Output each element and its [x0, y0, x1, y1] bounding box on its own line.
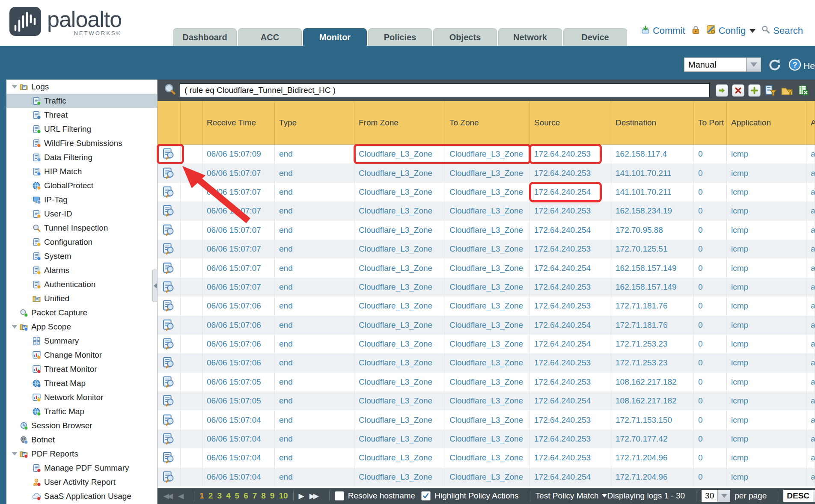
log-detail-icon[interactable]	[158, 430, 181, 448]
clear-filter-button[interactable]	[732, 84, 744, 97]
prev-page-button[interactable]: ◀	[178, 492, 182, 501]
log-detail-icon[interactable]	[158, 240, 181, 258]
cell-source[interactable]: 172.64.240.253	[530, 410, 611, 429]
cell-application[interactable]: icmp	[727, 316, 806, 335]
tree-expander-icon[interactable]	[10, 452, 19, 456]
page-link-1[interactable]: 1	[199, 491, 204, 501]
sidebar-collapse-handle[interactable]	[152, 270, 158, 302]
sidebar-item-alarms[interactable]: Alarms	[6, 263, 157, 277]
sidebar-item-unified[interactable]: Unified	[6, 291, 157, 305]
cell-source[interactable]: 172.64.240.253	[530, 373, 611, 391]
column-header-to-zone[interactable]: To Zone	[445, 101, 530, 145]
sidebar-item-app-scope[interactable]: App Scope	[6, 320, 157, 334]
sidebar-item-configuration[interactable]: Configuration	[6, 235, 157, 249]
cell-source[interactable]: 172.64.240.253	[530, 240, 611, 258]
sidebar-item-traffic-map[interactable]: Traffic Map	[6, 404, 157, 418]
cell-from-zone[interactable]: Cloudflare_L3_Zone	[354, 430, 445, 448]
tree-expander-icon[interactable]	[10, 325, 19, 329]
sidebar-item-wildfire-submissions[interactable]: WildFire Submissions	[6, 136, 157, 150]
column-header-a[interactable]: A	[806, 101, 815, 145]
tree-expander-icon[interactable]	[10, 85, 19, 89]
cell-application[interactable]: icmp	[727, 448, 806, 467]
log-detail-icon[interactable]	[158, 391, 181, 410]
highlight-policy-actions-checkbox[interactable]	[421, 491, 431, 501]
cell-from-zone[interactable]: Cloudflare_L3_Zone	[354, 258, 445, 277]
sidebar-item-saas-application-usage[interactable]: SaaS Application Usage	[6, 489, 157, 503]
cell-from-zone[interactable]: Cloudflare_L3_Zone	[354, 335, 445, 353]
column-header-from-zone[interactable]: From Zone	[354, 101, 445, 145]
cell-source[interactable]: 172.64.240.253	[530, 353, 611, 372]
tab-acc[interactable]: ACC	[238, 28, 302, 46]
cell-from-zone[interactable]: Cloudflare_L3_Zone	[354, 145, 445, 163]
log-detail-icon[interactable]	[158, 258, 181, 277]
log-detail-icon[interactable]	[158, 448, 181, 467]
column-header-destination[interactable]: Destination	[611, 101, 694, 145]
cell-to-zone[interactable]: Cloudflare_L3_Zone	[445, 163, 530, 182]
log-detail-icon[interactable]	[158, 163, 181, 182]
cell-from-zone[interactable]: Cloudflare_L3_Zone	[354, 240, 445, 258]
log-detail-icon[interactable]	[158, 221, 181, 240]
cell-from-zone[interactable]: Cloudflare_L3_Zone	[354, 410, 445, 429]
sort-order-dropdown-button[interactable]	[813, 490, 815, 502]
tab-device[interactable]: Device	[563, 28, 627, 46]
cell-to-zone[interactable]: Cloudflare_L3_Zone	[445, 145, 530, 163]
cell-from-zone[interactable]: Cloudflare_L3_Zone	[354, 448, 445, 467]
log-detail-icon[interactable]	[158, 145, 181, 163]
column-header-receive-time[interactable]: Receive Time	[202, 101, 275, 145]
cell-destination[interactable]: 172.71.181.76	[611, 316, 694, 335]
sidebar-item-data-filtering[interactable]: Data Filtering	[6, 150, 157, 164]
cell-to-zone[interactable]: Cloudflare_L3_Zone	[445, 335, 530, 353]
cell-source[interactable]: 172.64.240.254	[530, 468, 611, 486]
add-filter-button[interactable]	[748, 84, 761, 97]
last-page-button[interactable]: ▶▶	[309, 492, 317, 501]
sidebar-item-system[interactable]: System	[6, 249, 157, 263]
cell-to-zone[interactable]: Cloudflare_L3_Zone	[445, 278, 530, 296]
cell-to-zone[interactable]: Cloudflare_L3_Zone	[445, 468, 530, 486]
saved-filters-button[interactable]	[781, 84, 793, 97]
commit-button[interactable]: Commit	[641, 25, 685, 36]
column-header-source[interactable]: Source	[530, 101, 611, 145]
log-detail-icon[interactable]	[158, 316, 181, 335]
cell-from-zone[interactable]: Cloudflare_L3_Zone	[354, 221, 445, 240]
cell-source[interactable]: 172.64.240.253	[530, 448, 611, 467]
log-detail-icon[interactable]	[158, 278, 181, 296]
cell-destination[interactable]: 172.71.204.96	[611, 448, 694, 467]
cell-destination[interactable]: 172.70.125.51	[611, 240, 694, 258]
cell-destination[interactable]: 108.162.217.182	[611, 391, 694, 410]
log-detail-icon[interactable]	[158, 183, 181, 202]
cell-destination[interactable]: 162.158.234.19	[611, 202, 694, 220]
cell-to-zone[interactable]: Cloudflare_L3_Zone	[445, 258, 530, 277]
cell-application[interactable]: icmp	[727, 410, 806, 429]
cell-from-zone[interactable]: Cloudflare_L3_Zone	[354, 278, 445, 296]
help-button[interactable]: ? Help	[788, 58, 815, 73]
log-detail-icon[interactable]	[158, 202, 181, 220]
cell-source[interactable]: 172.64.240.253	[530, 430, 611, 448]
sidebar-item-summary[interactable]: Summary	[6, 334, 157, 348]
cell-destination[interactable]: 172.71.253.23	[611, 353, 694, 372]
sidebar-item-url-filtering[interactable]: URL Filtering	[6, 122, 157, 136]
per-page-dropdown-button[interactable]	[717, 490, 730, 502]
cell-source[interactable]: 172.64.240.254	[530, 316, 611, 335]
cell-application[interactable]: icmp	[727, 296, 806, 315]
cell-from-zone[interactable]: Cloudflare_L3_Zone	[354, 353, 445, 372]
sidebar-item-pdf-reports[interactable]: PDF Reports	[6, 447, 157, 461]
sidebar-item-manage-pdf-summary[interactable]: Manage PDF Summary	[6, 461, 157, 475]
page-link-5[interactable]: 5	[235, 491, 240, 501]
column-header-type[interactable]: Type	[275, 101, 354, 145]
sidebar-item-change-monitor[interactable]: Change Monitor	[6, 348, 157, 362]
cell-to-zone[interactable]: Cloudflare_L3_Zone	[445, 391, 530, 410]
page-link-2[interactable]: 2	[208, 491, 213, 501]
sidebar-item-user-activity-report[interactable]: User Activity Report	[6, 475, 157, 489]
cell-destination[interactable]: 162.158.157.149	[611, 258, 694, 277]
cell-to-zone[interactable]: Cloudflare_L3_Zone	[445, 202, 530, 220]
cell-from-zone[interactable]: Cloudflare_L3_Zone	[354, 468, 445, 486]
sidebar-item-threat[interactable]: Threat	[6, 108, 157, 122]
column-header-to-port[interactable]: To Port	[694, 101, 727, 145]
cell-application[interactable]: icmp	[727, 278, 806, 296]
cell-application[interactable]: icmp	[727, 240, 806, 258]
cell-application[interactable]: icmp	[727, 183, 806, 202]
sidebar-item-session-browser[interactable]: Session Browser	[6, 418, 157, 433]
cell-application[interactable]: icmp	[727, 163, 806, 182]
cell-to-zone[interactable]: Cloudflare_L3_Zone	[445, 296, 530, 315]
cell-source[interactable]: 172.64.240.253	[530, 202, 611, 220]
